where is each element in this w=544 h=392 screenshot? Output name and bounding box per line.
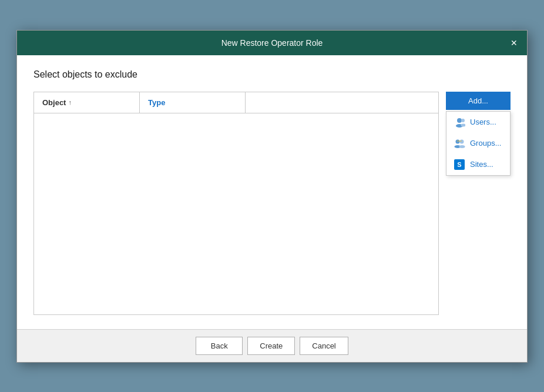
sidebar-buttons: Add... Users... bbox=[446, 92, 511, 315]
cancel-button[interactable]: Cancel bbox=[300, 337, 348, 355]
add-sites-button[interactable]: S Sites... bbox=[446, 154, 510, 175]
svg-point-2 bbox=[461, 119, 465, 122]
create-button[interactable]: Create bbox=[247, 337, 295, 355]
col-object-label: Object bbox=[42, 98, 66, 107]
dialog-title: New Restore Operator Role bbox=[36, 38, 508, 48]
users-icon bbox=[454, 116, 465, 128]
add-button[interactable]: Add... bbox=[446, 92, 511, 110]
add-groups-button[interactable]: Groups... bbox=[446, 133, 510, 154]
svg-point-6 bbox=[460, 139, 464, 143]
svg-point-7 bbox=[459, 145, 465, 148]
objects-table: Object ↑ Type bbox=[33, 92, 439, 315]
dialog-body: Select objects to exclude Object ↑ Type … bbox=[17, 55, 527, 329]
svg-rect-8 bbox=[457, 140, 462, 141]
table-header: Object ↑ Type bbox=[34, 92, 438, 113]
col-type-header[interactable]: Type bbox=[140, 92, 246, 113]
col-object-header: Object ↑ bbox=[34, 92, 140, 113]
table-body bbox=[34, 113, 438, 314]
back-button[interactable]: Back bbox=[196, 337, 243, 355]
add-dropdown-menu: Users... bbox=[446, 111, 511, 176]
content-area: Object ↑ Type Add... bbox=[33, 92, 511, 315]
dialog-footer: Back Create Cancel bbox=[17, 329, 527, 362]
add-users-button[interactable]: Users... bbox=[446, 112, 510, 133]
svg-point-0 bbox=[457, 118, 462, 123]
add-sites-label: Sites... bbox=[470, 160, 493, 169]
section-label: Select objects to exclude bbox=[33, 69, 511, 80]
col-extra-header bbox=[246, 92, 438, 113]
add-groups-label: Groups... bbox=[470, 139, 501, 148]
sort-icon[interactable]: ↑ bbox=[68, 99, 72, 106]
dialog-titlebar: New Restore Operator Role ✕ bbox=[17, 31, 527, 55]
sites-icon: S bbox=[454, 159, 465, 170]
add-users-label: Users... bbox=[470, 118, 496, 126]
close-button[interactable]: ✕ bbox=[508, 37, 520, 49]
groups-icon bbox=[454, 138, 465, 149]
svg-point-4 bbox=[456, 139, 460, 143]
new-restore-operator-dialog: New Restore Operator Role ✕ Select objec… bbox=[16, 30, 528, 363]
